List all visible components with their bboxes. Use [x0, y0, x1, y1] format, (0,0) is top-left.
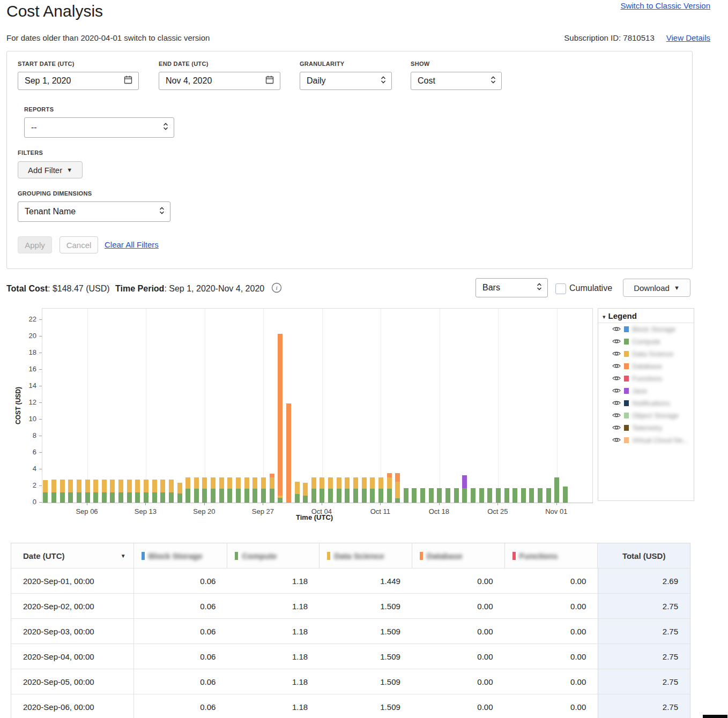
bar-segment[interactable] [118, 492, 123, 502]
bar-segment[interactable] [169, 492, 174, 502]
bar-segment[interactable] [68, 480, 73, 492]
bar-segment[interactable] [404, 488, 408, 502]
view-details-link[interactable]: View Details [666, 33, 710, 42]
bar-segment[interactable] [177, 493, 182, 502]
eye-icon[interactable] [612, 374, 621, 384]
bar-segment[interactable] [320, 489, 324, 502]
bar-segment[interactable] [211, 489, 216, 502]
apply-button[interactable]: Apply [18, 236, 52, 253]
bar-segment[interactable] [337, 477, 341, 489]
bar-segment[interactable] [387, 477, 392, 489]
bar-segment[interactable] [252, 477, 257, 489]
bar-segment[interactable] [77, 480, 81, 492]
bar-segment[interactable] [387, 473, 392, 477]
bar-segment[interactable] [328, 489, 333, 502]
bar-segment[interactable] [194, 477, 199, 489]
bar-segment[interactable] [412, 488, 417, 502]
bar-segment[interactable] [278, 334, 283, 495]
bar-segment[interactable] [244, 489, 249, 502]
bar-segment[interactable] [244, 477, 249, 489]
bar-segment[interactable] [144, 492, 148, 502]
bar-segment[interactable] [152, 480, 157, 492]
bar-segment[interactable] [270, 477, 274, 489]
bar-segment[interactable] [395, 482, 400, 498]
horizontal-scrollbar-thumb[interactable] [703, 715, 727, 718]
bar-segment[interactable] [227, 477, 232, 489]
bar-segment[interactable] [202, 477, 207, 489]
bar-segment[interactable] [395, 498, 400, 502]
bar-segment[interactable] [487, 488, 492, 502]
bar-segment[interactable] [529, 488, 534, 502]
bar-segment[interactable] [270, 474, 274, 477]
bar-segment[interactable] [328, 477, 333, 489]
bar-segment[interactable] [362, 477, 367, 489]
reports-select[interactable]: -- [24, 117, 174, 138]
bar-segment[interactable] [102, 480, 107, 492]
bar-segment[interactable] [51, 492, 56, 502]
bar-segment[interactable] [135, 480, 140, 492]
bar-segment[interactable] [454, 488, 459, 502]
bar-segment[interactable] [311, 489, 316, 502]
eye-icon[interactable] [612, 423, 621, 433]
bar-segment[interactable] [337, 489, 341, 502]
bar-segment[interactable] [445, 488, 450, 502]
bar-segment[interactable] [160, 480, 165, 492]
eye-icon[interactable] [612, 325, 621, 334]
eye-icon[interactable] [612, 436, 621, 445]
bar-segment[interactable] [144, 480, 148, 492]
bar-segment[interactable] [102, 492, 107, 502]
bar-segment[interactable] [395, 473, 400, 482]
bar-segment[interactable] [471, 488, 476, 502]
bar-segment[interactable] [93, 492, 98, 502]
start-date-input[interactable]: Sep 1, 2020 [18, 72, 139, 90]
bar-segment[interactable] [60, 480, 65, 492]
bar-segment[interactable] [278, 498, 283, 502]
calendar-icon[interactable] [265, 75, 274, 87]
bar-segment[interactable] [429, 488, 434, 502]
bar-segment[interactable] [345, 477, 350, 489]
bar-segment[interactable] [127, 492, 132, 502]
bar-segment[interactable] [295, 482, 300, 494]
bar-segment[interactable] [185, 489, 190, 502]
bar-segment[interactable] [462, 475, 467, 488]
bar-segment[interactable] [353, 489, 358, 502]
bar-segment[interactable] [93, 480, 98, 492]
bar-segment[interactable] [479, 488, 484, 502]
bar-segment[interactable] [85, 480, 90, 492]
bar-segment[interactable] [420, 488, 425, 502]
bar-segment[interactable] [311, 477, 316, 489]
end-date-input[interactable]: Nov 4, 2020 [159, 72, 280, 90]
bar-segment[interactable] [60, 492, 65, 502]
bar-segment[interactable] [345, 489, 350, 502]
bar-segment[interactable] [261, 489, 266, 502]
bar-segment[interactable] [77, 492, 81, 502]
bar-segment[interactable] [320, 477, 324, 489]
bar-segment[interactable] [110, 480, 115, 492]
bar-segment[interactable] [43, 480, 48, 492]
cancel-button[interactable]: Cancel [60, 236, 98, 253]
bar-segment[interactable] [202, 489, 207, 502]
bar-segment[interactable] [43, 492, 48, 502]
bar-segment[interactable] [353, 477, 358, 489]
chart-type-select[interactable]: Bars [476, 278, 548, 297]
bar-segment[interactable] [496, 488, 501, 502]
bar-segment[interactable] [378, 477, 383, 489]
bar-segment[interactable] [303, 483, 308, 495]
bar-segment[interactable] [546, 488, 551, 502]
sort-caret-icon[interactable]: ▼ [121, 553, 126, 559]
eye-icon[interactable] [612, 411, 621, 421]
add-filter-button[interactable]: Add Filter ▼ [18, 161, 83, 178]
bar-segment[interactable] [194, 489, 199, 502]
bar-segment[interactable] [303, 496, 308, 502]
bar-segment[interactable] [370, 477, 375, 489]
bar-segment[interactable] [185, 477, 190, 489]
bar-segment[interactable] [378, 489, 383, 502]
calendar-icon[interactable] [123, 75, 133, 87]
bar-segment[interactable] [169, 480, 174, 492]
bar-segment[interactable] [51, 480, 56, 492]
bar-segment[interactable] [219, 489, 224, 502]
bar-segment[interactable] [135, 492, 140, 502]
bar-segment[interactable] [152, 492, 157, 502]
grouping-dimensions-select[interactable]: Tenant Name [18, 201, 170, 222]
table-header-cell[interactable]: Date (UTC)▼ [11, 543, 134, 568]
